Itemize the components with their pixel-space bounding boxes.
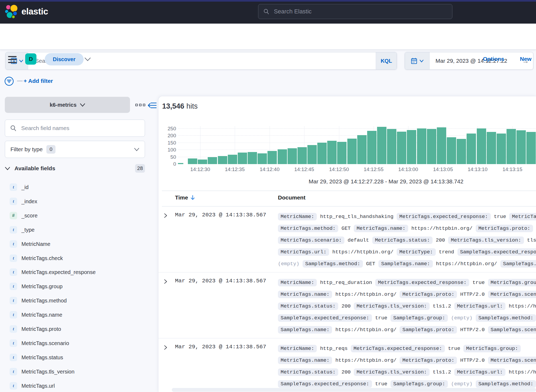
menu-icon[interactable] (8, 56, 17, 63)
date-quick-select-button[interactable] (405, 52, 430, 69)
text-field-icon: t (10, 368, 17, 375)
histogram-bar (437, 127, 446, 164)
field-value: https://httpbin.org/ (335, 357, 396, 363)
breadcrumb-chevron-down-icon[interactable] (84, 57, 91, 62)
field-item-_index[interactable]: t_index (5, 197, 145, 206)
field-name: _type (21, 227, 35, 233)
field-value: GET (366, 261, 375, 267)
available-fields-label: Available fields (14, 165, 55, 172)
sort-desc-icon (190, 195, 195, 200)
field-item-MetricTags.proto[interactable]: tMetricTags.proto (5, 325, 145, 333)
field-item-MetricTags.name[interactable]: tMetricTags.name (5, 310, 145, 319)
histogram-bar (278, 149, 287, 164)
histogram-bar (208, 157, 217, 164)
field-name: MetricTags.group (21, 283, 62, 290)
breadcrumb-discover[interactable]: Discover (45, 53, 84, 65)
histogram-bar (258, 153, 267, 164)
field-item-MetricTags.scenario[interactable]: tMetricTags.scenario (5, 339, 145, 347)
table-row: Mar 29, 2023 @ 14:13:38.567MetricName:ht… (158, 338, 536, 392)
histogram-bar (178, 163, 183, 164)
elastic-logo[interactable]: elastic (4, 4, 48, 19)
histogram-bar (457, 139, 466, 164)
field-value: HTTP/2.0 (460, 327, 485, 333)
documents-table: Mar 29, 2023 @ 14:13:38.567MetricName:ht… (158, 206, 536, 392)
collapse-sidebar-icon[interactable] (148, 102, 157, 109)
field-key-pill: MetricName: (278, 345, 317, 352)
space-avatar[interactable]: D (25, 53, 36, 65)
field-name: _score (21, 213, 38, 219)
field-value: https://httpbin.org/ (509, 303, 536, 309)
field-item-MetricTags.tls_version[interactable]: tMetricTags.tls_version (5, 367, 145, 376)
global-header: elastic Search Elastic (0, 0, 536, 24)
histogram-bar (307, 145, 317, 164)
field-value: tls1.2 (433, 303, 451, 309)
expand-row-icon[interactable] (163, 345, 168, 350)
add-filter-button[interactable]: + Add filter (24, 78, 53, 84)
field-item-MetricTags.status[interactable]: tMetricTags.status (5, 353, 145, 362)
histogram-bar (477, 128, 486, 164)
histogram-bar (228, 155, 237, 164)
hits-count: 13,546hits (162, 102, 198, 110)
field-key-pill: SampleTags.method: (303, 260, 363, 268)
text-field-icon: t (10, 283, 17, 290)
expand-row-icon[interactable] (163, 213, 168, 218)
histogram-bar (507, 129, 516, 164)
global-search-input[interactable]: Search Elastic (258, 4, 452, 19)
field-key-pill: SampleTags.expected_response: (278, 380, 372, 388)
field-item-MetricTags.check[interactable]: tMetricTags.check (5, 254, 145, 262)
text-field-icon: t (10, 339, 17, 347)
time-column-header[interactable]: Time (175, 194, 195, 201)
field-item-MetricTags.method[interactable]: tMetricTags.method (5, 296, 145, 305)
calendar-icon (411, 57, 418, 64)
hits-value: 13,546 (162, 102, 184, 110)
field-key-pill: MetricTags.expected_response: (351, 345, 445, 352)
y-axis-tick: 100 (158, 147, 176, 153)
data-view-selector[interactable]: k6-metrics (5, 97, 130, 113)
field-key-pill: MetricTags.name: (354, 225, 408, 232)
y-axis-tick: 0 (158, 161, 176, 167)
histogram-bar (367, 131, 377, 164)
field-value: https://httpbin.org/ (335, 291, 396, 297)
histogram-bar (238, 153, 247, 164)
field-value: true (472, 280, 485, 286)
field-item-MetricTags.url[interactable]: tMetricTags.url (5, 382, 145, 390)
field-item-_type[interactable]: t_type (5, 225, 145, 234)
field-value: default (348, 237, 369, 243)
date-range-value[interactable]: Mar 29, 2023 @ 14:12:27.22 (430, 52, 518, 69)
available-fields-header[interactable]: Available fields 28 (5, 164, 145, 173)
row-timestamp: Mar 29, 2023 @ 14:13:38.567 (175, 278, 266, 284)
field-name: MetricName (21, 241, 50, 247)
field-search-input[interactable]: Search field names (5, 120, 145, 137)
horizontal-scrollbar[interactable] (172, 388, 536, 392)
filter-icon[interactable] (4, 76, 14, 86)
field-item-MetricName[interactable]: tMetricName (5, 240, 145, 248)
field-key-pill: MetricTags.tls_version: (354, 368, 429, 376)
options-button[interactable]: Options (483, 56, 504, 62)
field-item-MetricTags.group[interactable]: tMetricTags.group (5, 282, 145, 291)
histogram-bar (526, 132, 536, 164)
x-axis-tick: 14:13:00 (389, 167, 427, 172)
histogram-bar (218, 156, 227, 164)
filter-by-type-select[interactable]: Filter by type 0 (5, 141, 145, 158)
field-value: http_req_duration (320, 280, 372, 286)
field-item-_id[interactable]: t_id (5, 183, 145, 191)
expand-row-icon[interactable] (163, 279, 168, 284)
histogram-bar (387, 129, 396, 164)
field-key-pill: MetricTags.proto: (400, 357, 457, 364)
logo-wordmark: elastic (21, 6, 48, 17)
field-value: https://httpbin.org/ (436, 261, 497, 267)
text-field-icon: t (10, 183, 17, 191)
text-field-icon: t (10, 226, 17, 234)
field-name: MetricTags.method (21, 298, 67, 304)
new-button[interactable]: New (520, 56, 531, 62)
field-key-pill: MetricTags.scenario: (488, 357, 536, 364)
field-key-pill: MetricTags.scenario: (278, 236, 344, 244)
field-name: MetricTags.url (21, 383, 55, 389)
field-item-MetricTags.expected_response[interactable]: tMetricTags.expected_response (5, 268, 145, 276)
field-item-_score[interactable]: #_score (5, 211, 145, 220)
x-axis-tick: 14:12:50 (320, 167, 358, 172)
field-options-icon[interactable] (135, 104, 145, 106)
histogram-bar (377, 127, 386, 164)
kql-toggle-button[interactable]: KQL (376, 52, 397, 69)
filter-by-type-label: Filter by type (10, 146, 43, 153)
